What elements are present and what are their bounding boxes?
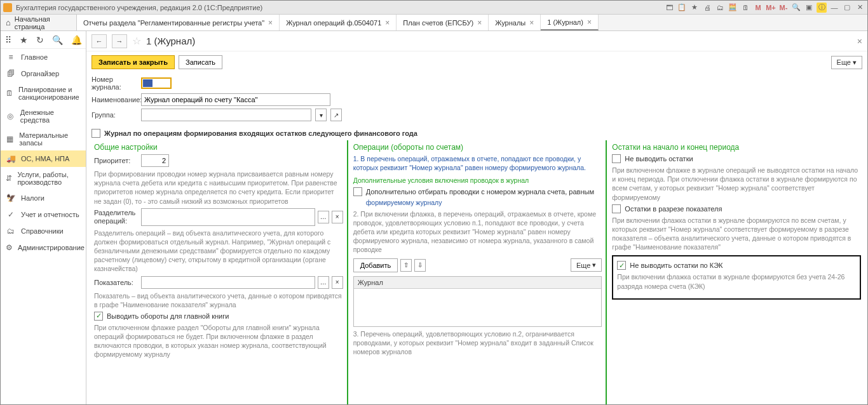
- maximize-button[interactable]: ▢: [842, 3, 852, 13]
- nav-taxes[interactable]: 🦅Налоги: [1, 190, 86, 206]
- toolbar-icon[interactable]: 🗓: [740, 3, 750, 13]
- tab-plan[interactable]: План счетов (ЕПСБУ)×: [397, 15, 489, 30]
- move-down-button[interactable]: ⇩: [414, 259, 426, 272]
- col-title: Операции (обороты по счетам): [353, 143, 602, 152]
- history-icon[interactable]: ↻: [36, 35, 44, 45]
- more-button[interactable]: Еще▾: [831, 56, 862, 69]
- tab-journals[interactable]: Журналы×: [489, 15, 541, 30]
- save-button[interactable]: Записать: [179, 55, 222, 69]
- journal-list[interactable]: Журнал: [353, 276, 602, 327]
- apps-icon[interactable]: ⠿: [5, 35, 11, 45]
- nav-references[interactable]: 🗂Справочники: [1, 223, 86, 239]
- balances-by-indicator-checkbox[interactable]: [612, 204, 621, 213]
- app-switcher-icon[interactable]: ▣: [804, 3, 814, 13]
- save-close-button[interactable]: Записать и закрыть: [92, 55, 175, 69]
- col-title: Остатки на начало и конец периода: [612, 143, 861, 152]
- ellipsis-button[interactable]: …: [318, 211, 329, 223]
- open-ref-button[interactable]: ↗: [330, 109, 342, 121]
- sidebar: ⠿ ★ ↻ 🔍 🔔 ≡Главное 🗐Органайзер 🗓Планиров…: [1, 31, 86, 404]
- indicator-input[interactable]: [141, 276, 315, 289]
- close-icon[interactable]: ×: [587, 18, 592, 27]
- m-minus-icon[interactable]: M-: [778, 3, 789, 13]
- m-icon[interactable]: M: [753, 3, 763, 13]
- balances-column: Остатки на начало и конец периода Не выв…: [606, 140, 865, 404]
- name-label: Наименование:: [92, 96, 137, 103]
- clear-button[interactable]: ×: [332, 276, 343, 289]
- clear-button[interactable]: ×: [332, 211, 343, 223]
- toolbar-icon[interactable]: 🖨: [702, 3, 712, 13]
- back-button[interactable]: ←: [92, 34, 107, 48]
- search-icon[interactable]: 🔍: [791, 3, 801, 13]
- home-tab[interactable]: ⌂ Начальная страница: [1, 15, 77, 30]
- journal-num-label: Номер журнала:: [92, 76, 137, 91]
- incoming-balance-checkbox[interactable]: [92, 129, 100, 138]
- journal-num-input[interactable]: [141, 77, 172, 89]
- operations-column: Операции (обороты по счетам) 1. В перече…: [347, 140, 606, 404]
- list-more-button[interactable]: Еще▾: [571, 258, 602, 272]
- chevron-down-icon: ▾: [853, 58, 857, 67]
- col-title: Общие настройки: [94, 143, 343, 152]
- toolbar-icon[interactable]: 🗔: [664, 3, 674, 13]
- home-icon: ⌂: [6, 18, 11, 27]
- dropdown-button[interactable]: ▾: [315, 109, 327, 121]
- incoming-balance-label: Журнал по операциям формирования входящи…: [104, 129, 417, 137]
- favorites-icon[interactable]: ★: [20, 35, 28, 45]
- forming-journal-link[interactable]: формируемому журналу: [366, 198, 602, 207]
- no-kek-checkbox[interactable]: [617, 261, 626, 270]
- window-title: Бухгалтерия государственного учреждения,…: [16, 4, 664, 11]
- forward-button[interactable]: →: [112, 34, 127, 48]
- nav-materials[interactable]: ▦Материальные запасы: [1, 128, 86, 150]
- nav-cash[interactable]: ◎Денежные средства: [1, 105, 86, 128]
- group-input[interactable]: [141, 109, 311, 121]
- general-settings-column: Общие настройки Приоритет: При формирова…: [89, 140, 347, 404]
- tab-reports[interactable]: Отчеты раздела "Регламентированные регис…: [77, 15, 280, 30]
- close-window-button[interactable]: ✕: [855, 3, 865, 13]
- extra-filter-checkbox[interactable]: [353, 187, 362, 196]
- tab-journal-ops[interactable]: Журнал операций ф.0504071×: [280, 15, 397, 30]
- nav-organizer[interactable]: 🗐Органайзер: [1, 65, 86, 82]
- close-panel-button[interactable]: ×: [857, 36, 862, 46]
- ellipsis-button[interactable]: …: [318, 276, 329, 289]
- toolbar-icon[interactable]: 📋: [677, 3, 687, 13]
- separator-input[interactable]: [141, 208, 315, 226]
- name-input[interactable]: [141, 93, 330, 106]
- minimize-button[interactable]: —: [829, 3, 839, 13]
- move-up-button[interactable]: ⇧: [400, 259, 412, 272]
- info-icon[interactable]: ⓘ: [817, 3, 827, 13]
- nav-admin[interactable]: ⚙Администрирование: [1, 239, 86, 256]
- tab-journal-1[interactable]: 1 (Журнал)×: [541, 15, 599, 30]
- add-button[interactable]: Добавить: [353, 258, 398, 272]
- nav-accounting[interactable]: ✓Учет и отчетность: [1, 206, 86, 223]
- group-label: Группа:: [92, 111, 137, 119]
- search-icon[interactable]: 🔍: [52, 35, 63, 45]
- close-icon[interactable]: ×: [385, 18, 390, 27]
- nav-services[interactable]: ⇵Услуги, работы, производство: [1, 167, 86, 190]
- page-title: 1 (Журнал): [146, 36, 195, 46]
- close-icon[interactable]: ×: [268, 18, 273, 27]
- m-plus-icon[interactable]: M+: [766, 3, 776, 13]
- close-icon[interactable]: ×: [529, 18, 534, 27]
- toolbar-icon[interactable]: 🗂: [715, 3, 725, 13]
- nav-planning[interactable]: 🗓Планирование и санкционирование: [1, 82, 86, 105]
- app-logo: [3, 3, 12, 12]
- favorite-icon[interactable]: ☆: [132, 35, 141, 47]
- chevron-down-icon: ▾: [592, 261, 596, 269]
- close-icon[interactable]: ×: [477, 18, 482, 27]
- no-balances-checkbox[interactable]: [612, 154, 621, 163]
- main-book-checkbox[interactable]: [94, 312, 103, 321]
- nav-main[interactable]: ≡Главное: [1, 49, 86, 65]
- toolbar-icon[interactable]: ★: [689, 3, 700, 13]
- toolbar-icon[interactable]: 🧮: [728, 3, 738, 13]
- notifications-icon[interactable]: 🔔: [71, 35, 82, 45]
- priority-input[interactable]: [141, 154, 169, 167]
- nav-os[interactable]: 🚚ОС, НМА, НПА: [1, 150, 86, 167]
